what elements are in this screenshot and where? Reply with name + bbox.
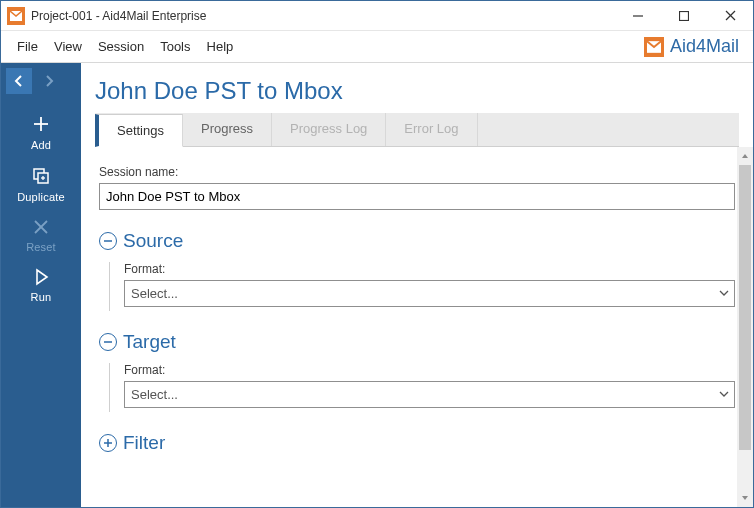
sidebar-add-label: Add [31, 139, 51, 151]
target-format-select[interactable]: Select... [124, 381, 735, 408]
target-heading: Target [123, 331, 176, 353]
tab-bar: Settings Progress Progress Log Error Log [95, 113, 739, 147]
brand: Aid4Mail [644, 36, 745, 57]
sidebar-duplicate-button[interactable]: Duplicate [17, 165, 65, 203]
menu-view[interactable]: View [46, 33, 90, 60]
svg-marker-20 [742, 496, 748, 500]
collapse-icon[interactable] [99, 333, 117, 351]
source-format-label: Format: [124, 262, 735, 276]
menu-help[interactable]: Help [199, 33, 242, 60]
app-icon [7, 7, 25, 25]
minimize-button[interactable] [615, 1, 661, 31]
sidebar-add-button[interactable]: Add [30, 113, 52, 151]
expand-icon[interactable] [99, 434, 117, 452]
page-title: John Doe PST to Mbox [81, 63, 753, 113]
tab-progress[interactable]: Progress [183, 113, 272, 146]
nav-back-button[interactable] [6, 68, 32, 94]
svg-rect-2 [680, 11, 689, 20]
window-title: Project-001 - Aid4Mail Enterprise [31, 9, 206, 23]
maximize-button[interactable] [661, 1, 707, 31]
scrollbar-track[interactable] [737, 165, 753, 489]
menubar: File View Session Tools Help Aid4Mail [1, 31, 753, 63]
menu-tools[interactable]: Tools [152, 33, 198, 60]
session-name-input[interactable] [99, 183, 735, 210]
svg-marker-19 [742, 154, 748, 158]
menu-file[interactable]: File [9, 33, 46, 60]
tab-progress-log[interactable]: Progress Log [272, 113, 386, 146]
target-format-label: Format: [124, 363, 735, 377]
svg-marker-14 [37, 270, 47, 284]
close-button[interactable] [707, 1, 753, 31]
tab-settings[interactable]: Settings [95, 114, 183, 147]
brand-icon [644, 37, 664, 57]
brand-text: Aid4Mail [670, 36, 739, 57]
vertical-scrollbar[interactable] [737, 147, 753, 507]
session-name-label: Session name: [99, 165, 735, 179]
settings-panel: Session name: Source Format: [81, 147, 753, 507]
tab-error-log[interactable]: Error Log [386, 113, 477, 146]
filter-heading: Filter [123, 432, 165, 454]
titlebar: Project-001 - Aid4Mail Enterprise [1, 1, 753, 31]
sidebar-run-button[interactable]: Run [31, 267, 52, 303]
scrollbar-thumb[interactable] [739, 165, 751, 450]
sidebar-reset-button[interactable]: Reset [26, 217, 56, 253]
plus-icon [30, 113, 52, 135]
scroll-down-button[interactable] [737, 489, 753, 507]
sidebar-reset-label: Reset [26, 241, 56, 253]
source-heading: Source [123, 230, 183, 252]
close-icon [31, 217, 51, 237]
sidebar: Add Duplicate [1, 63, 81, 507]
collapse-icon[interactable] [99, 232, 117, 250]
sidebar-duplicate-label: Duplicate [17, 191, 65, 203]
source-format-select[interactable]: Select... [124, 280, 735, 307]
nav-forward-button[interactable] [36, 68, 62, 94]
sidebar-run-label: Run [31, 291, 52, 303]
scroll-up-button[interactable] [737, 147, 753, 165]
play-icon [31, 267, 51, 287]
duplicate-icon [30, 165, 52, 187]
menu-session[interactable]: Session [90, 33, 152, 60]
